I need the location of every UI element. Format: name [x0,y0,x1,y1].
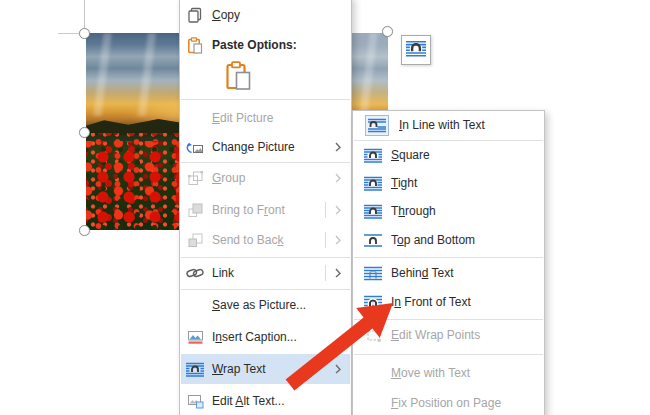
submenu-item-in-line-with-text[interactable]: In Line with Text [354,111,543,139]
wrap-top-bottom-icon [364,232,382,249]
wrap-through-icon [364,203,382,220]
menu-item-save-as-picture[interactable]: Save as Picture... [181,290,350,320]
group-icon [186,170,204,187]
menu-item-link[interactable]: Link [181,258,350,288]
menu-item-wrap-text[interactable]: Wrap Text [181,354,350,384]
submenu-arrow-icon [335,142,341,152]
submenu-arrow-icon [335,364,341,374]
menu-item-label: Fix Position on Page [391,396,501,410]
menu-item-label: Copy [212,8,240,22]
menu-item-group: Group [181,163,350,193]
menu-item-label: Edit Wrap Points [391,328,480,342]
submenu-item-fix-position-on-page: Fix Position on Page [354,389,543,415]
submenu-item-edit-wrap-points: Edit Wrap Points [354,321,543,349]
menu-item-copy[interactable]: Copy [181,0,350,30]
layout-options-button[interactable] [401,35,431,65]
menu-item-label: Top and Bottom [391,233,475,247]
submenu-arrow-icon [335,205,341,215]
wrap-behind-icon [364,265,382,282]
submenu-item-behind-text[interactable]: Behind Text [354,259,543,287]
selection-handle-top-right[interactable] [382,26,393,37]
menu-item-bring-to-front: Bring to Front [181,195,350,225]
menu-item-label: Send to Back [212,233,283,247]
menu-separator [181,99,350,100]
split-divider [325,232,326,248]
submenu-item-through[interactable]: Through [354,197,543,225]
submenu-item-square[interactable]: Square [354,141,543,169]
menu-item-label: Through [391,204,436,218]
menu-separator [354,354,543,355]
wrap-tight-icon [364,175,382,192]
wrap-in-front-icon [364,294,382,311]
submenu-item-top-and-bottom[interactable]: Top and Bottom [354,226,543,254]
menu-item-paste-option-keep-source-formatting[interactable] [181,59,350,97]
wrap-square-icon [364,147,382,164]
menu-item-label: Insert Caption... [212,330,297,344]
menu-item-label: Square [391,148,430,162]
edit-alt-text-icon [186,393,204,410]
submenu-arrow-icon [335,173,341,183]
alignment-guide-vertical [84,0,85,29]
paste-keep-source-icon [225,61,253,96]
selection-handle-bottom-left[interactable] [79,225,90,236]
menu-item-label: Paste Options: [212,38,297,52]
menu-item-change-picture[interactable]: Change Picture [181,132,350,162]
wrap-inline-icon [364,113,390,137]
menu-item-edit-alt-text[interactable]: Edit Alt Text... [181,386,350,415]
layout-options-icon [406,40,426,60]
send-to-back-icon [186,232,204,249]
insert-caption-icon [186,329,204,346]
selected-option-box [365,115,389,136]
menu-item-paste-options: Paste Options: [181,30,350,60]
menu-item-label: Tight [391,176,417,190]
link-icon [186,265,204,282]
selection-handle-top-left[interactable] [79,28,90,39]
menu-separator [354,257,543,258]
paste-options-icon [186,37,204,54]
menu-item-label: Wrap Text [212,362,266,376]
menu-item-label: Group [212,171,245,185]
submenu-arrow-icon [335,268,341,278]
change-picture-icon [186,139,204,156]
menu-item-label: Behind Text [391,266,454,280]
split-divider [325,202,326,218]
menu-item-label: Link [212,266,234,280]
bring-to-front-icon [186,202,204,219]
submenu-arrow-icon [335,235,341,245]
wrap-text-icon [186,361,204,378]
menu-item-edit-picture: Edit Picture [181,103,350,133]
menu-item-label: Move with Text [391,366,470,380]
selection-handle-middle-left[interactable] [79,127,90,138]
submenu-item-tight[interactable]: Tight [354,169,543,197]
menu-item-insert-caption[interactable]: Insert Caption... [181,322,350,352]
edit-wrap-points-icon [364,327,382,344]
copy-icon [186,7,204,24]
menu-item-send-to-back: Send to Back [181,225,350,255]
submenu-item-in-front-of-text[interactable]: In Front of Text [354,288,543,316]
menu-item-label: Edit Alt Text... [212,394,285,408]
menu-item-label: In Front of Text [391,295,471,309]
menu-item-label: Save as Picture... [212,298,306,312]
split-divider [325,265,326,281]
context-menu: Copy Paste Options: Edit Picture [179,0,352,415]
menu-separator [354,319,543,320]
alignment-guide-horizontal [58,33,79,34]
menu-item-label: Change Picture [212,140,295,154]
menu-item-label: Bring to Front [212,203,285,217]
menu-item-label: In Line with Text [399,118,485,132]
wrap-text-submenu: In Line with Text Square Tight Throug [352,110,545,415]
menu-item-label: Edit Picture [212,111,273,125]
submenu-item-move-with-text: Move with Text [354,359,543,387]
